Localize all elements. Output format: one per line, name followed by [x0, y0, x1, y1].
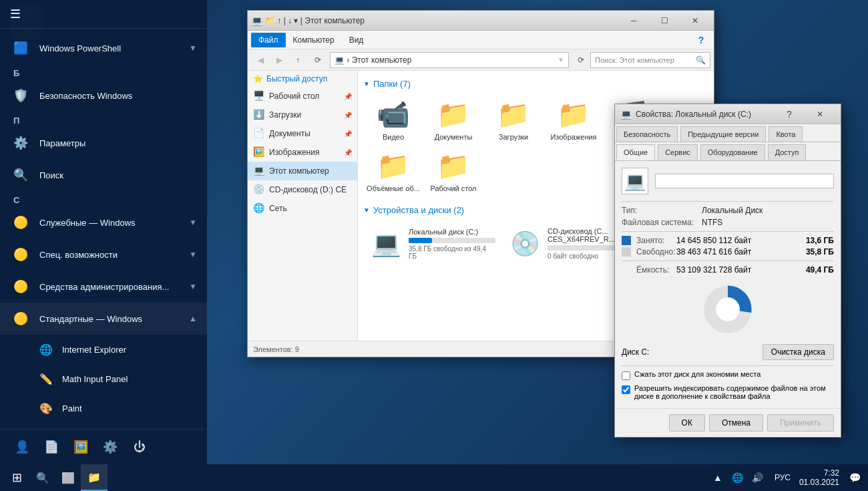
hamburger-menu[interactable]: ☰ [10, 7, 21, 21]
menu-item-accessibility[interactable]: 🟡 Спец. возможности ▼ [0, 238, 207, 271]
menu-item-search[interactable]: 🔍 Поиск [0, 159, 207, 191]
gear-icon[interactable]: ⚙️ [98, 435, 122, 459]
taskbar-explorer-button[interactable]: 📁 [81, 464, 107, 491]
address-bar-dropdown[interactable]: ▼ [558, 56, 564, 63]
up-button[interactable]: ↑ [288, 51, 307, 69]
dialog-tab-hardware[interactable]: Оборудование [700, 144, 765, 160]
index-checkbox[interactable] [622, 385, 630, 394]
section-p: П [0, 112, 207, 127]
maximize-button[interactable]: ☐ [649, 11, 680, 31]
desktop: 🗑️ Корзина ☰ 🟦 Windows PowerShell ▼ Б 🛡️… [0, 0, 868, 491]
divider-3 [622, 261, 834, 261]
quick-access-header[interactable]: ⭐ Быстрый доступ [248, 71, 357, 87]
folder-desktop[interactable]: 📁 Рабочий стол [423, 146, 483, 197]
ok-button[interactable]: ОК [669, 414, 705, 432]
menu-item-standard-label: Стандартные — Windows [39, 314, 142, 324]
dialog-tab-quota[interactable]: Квота [769, 126, 803, 142]
folder-downloads[interactable]: 📁 Загрузки [483, 94, 544, 146]
taskbar-search-button[interactable]: 🔍 [30, 465, 55, 490]
drive-c[interactable]: 💻 Локальный диск (C:) 35,8 ГБ свободно и… [366, 223, 499, 264]
menu-item-powershell[interactable]: 🟦 Windows PowerShell ▼ [0, 32, 207, 64]
folder-docs-label: Документы [435, 133, 473, 142]
menu-item-search-label: Поиск [39, 170, 63, 180]
search-bar[interactable]: Поиск: Этот компьютер 🔍 [590, 52, 710, 68]
search-icon: 🔍 [10, 164, 31, 186]
menu-item-utilities[interactable]: 🟡 Служебные — Windows ▼ [0, 206, 207, 238]
dialog-tab-previous[interactable]: Предыдущие версии [680, 126, 766, 142]
tab-view[interactable]: Вид [342, 33, 371, 47]
menu-item-standard[interactable]: 🟡 Стандартные — Windows ▲ [0, 303, 207, 335]
folder-video[interactable]: 📹 Видео [363, 94, 423, 146]
search-placeholder: Поиск: Этот компьютер [595, 56, 674, 64]
cleanup-button[interactable]: Очистка диска [763, 344, 834, 360]
dialog-tab-security[interactable]: Безопасность [616, 126, 678, 142]
folder-video-label: Видео [383, 133, 404, 142]
minimize-button[interactable]: ─ [618, 11, 649, 31]
taskbar-language[interactable]: РУС [771, 473, 794, 482]
back-button[interactable]: ◀ [251, 51, 270, 69]
start-button[interactable]: ⊞ [3, 464, 30, 491]
menu-item-settings[interactable]: ⚙️ Параметры [0, 127, 207, 159]
submenu-item-math[interactable]: ✏️ Math Input Panel [0, 364, 207, 393]
sidebar-thispc-icon: 💻 [253, 165, 265, 177]
sidebar-item-documents[interactable]: 📄 Документы 📌 [248, 124, 357, 143]
tab-computer[interactable]: Компьютер [286, 33, 342, 47]
section-b: Б [0, 64, 207, 79]
type-label: Тип: [622, 206, 702, 215]
sidebar-item-downloads[interactable]: ⬇️ Загрузки 📌 [248, 106, 357, 124]
drive-c-free: 35,8 ГБ свободно из 49,4 ГБ [409, 245, 495, 260]
submenu-item-ie[interactable]: 🌐 Internet Explorer [0, 335, 207, 364]
close-button[interactable]: ✕ [680, 11, 710, 31]
address-bar[interactable]: 💻 › Этот компьютер ▼ [330, 52, 569, 68]
apply-button[interactable]: Применить [767, 414, 834, 432]
folders-section-header[interactable]: ▼ Папки (7) [363, 76, 708, 92]
folder-images[interactable]: 📁 Изображения [544, 94, 604, 146]
dialog-tab-access[interactable]: Доступ [768, 144, 807, 160]
math-icon: ✏️ [37, 369, 55, 388]
sidebar-item-cd[interactable]: 💿 CD-дисковод (D:) CE [248, 180, 357, 199]
capacity-bytes: 53 109 321 728 байт [676, 265, 806, 275]
taskbar-volume-icon[interactable]: 🔊 [748, 465, 768, 490]
folder-3d[interactable]: 📁 Объёмные об... [363, 146, 423, 197]
submenu-item-wmp[interactable]: ▶️ Windows Media Player [0, 423, 207, 429]
folder-docs-icon: 📁 [437, 98, 469, 130]
taskbar-show-desktop[interactable]: ▲ [708, 465, 728, 490]
sidebar-item-network[interactable]: 🌐 Сеть [248, 199, 357, 218]
dialog-title: Свойства: Локальный диск (C:) [636, 110, 774, 119]
submenu-item-paint[interactable]: 🎨 Paint [0, 393, 207, 423]
documents-icon[interactable]: 📄 [39, 435, 63, 459]
cancel-button[interactable]: Отмена [709, 414, 763, 432]
taskbar-notification-button[interactable]: 💬 [845, 465, 865, 490]
capacity-gb: 49,4 ГБ [806, 265, 834, 275]
power-icon[interactable]: ⏻ [128, 435, 152, 459]
status-text: Элементов: 9 [253, 345, 299, 353]
sidebar-desktop-icon: 🖥️ [253, 90, 265, 102]
taskbar-network-icon[interactable]: 🌐 [728, 465, 748, 490]
tab-file[interactable]: Файл [251, 33, 286, 47]
address-refresh-button[interactable]: ⟳ [572, 51, 590, 69]
menu-item-security[interactable]: 🛡️ Безопасность Windows [0, 79, 207, 112]
user-icon[interactable]: 👤 [10, 435, 34, 459]
dialog-help-button[interactable]: ? [774, 104, 805, 124]
menu-item-admin[interactable]: 🟡 Средства администрирования... ▼ [0, 271, 207, 303]
taskbar-cortana-button[interactable]: ⬜ [55, 465, 81, 490]
folder-docs[interactable]: 📁 Документы [423, 94, 483, 146]
pictures-icon[interactable]: 🖼️ [69, 435, 93, 459]
taskbar-clock[interactable]: 7:32 01.03.2021 [794, 468, 845, 487]
devices-section-label: Устройства и диски (2) [373, 205, 464, 215]
help-button[interactable]: ? [692, 31, 710, 49]
compress-checkbox[interactable] [622, 371, 630, 380]
sidebar-item-thispc[interactable]: 💻 Этот компьютер [248, 162, 357, 180]
disk-name-input[interactable] [655, 174, 834, 188]
sidebar-item-pictures[interactable]: 🖼️ Изображения 📌 [248, 143, 357, 162]
forward-button[interactable]: ▶ [270, 51, 288, 69]
sidebar-item-desktop[interactable]: 🖥️ Рабочий стол 📌 [248, 87, 357, 106]
taskbar-date: 01.03.2021 [799, 478, 839, 487]
folder-desktop-icon: 📁 [437, 150, 469, 182]
drive-cd-icon: 💿 [509, 228, 541, 260]
dialog-close-button[interactable]: ✕ [805, 104, 835, 124]
refresh-button[interactable]: ⟳ [308, 51, 327, 69]
dialog-tab-general[interactable]: Общие [616, 144, 655, 160]
utilities-expand-icon: ▼ [189, 218, 197, 227]
dialog-tab-service[interactable]: Сервис [658, 144, 698, 160]
